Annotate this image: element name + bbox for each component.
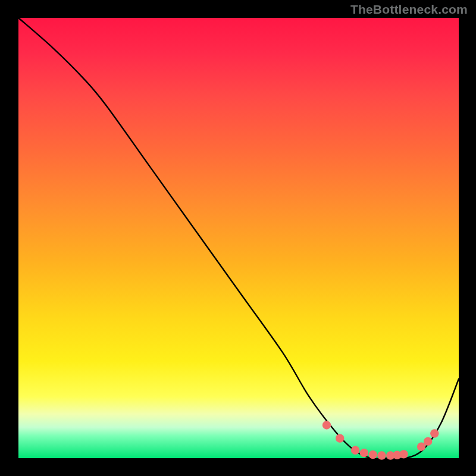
- chart-svg: [0, 0, 476, 476]
- marker-dot: [322, 421, 331, 429]
- marker-group: [322, 421, 439, 459]
- marker-dot: [377, 451, 386, 459]
- chart-frame: TheBottleneck.com: [0, 0, 476, 476]
- marker-dot: [351, 446, 359, 454]
- marker-dot: [424, 437, 432, 446]
- marker-dot: [360, 449, 368, 457]
- marker-dot: [399, 450, 408, 458]
- marker-dot: [430, 429, 439, 437]
- bottleneck-curve: [18, 18, 459, 459]
- marker-dot: [336, 434, 344, 443]
- marker-dot: [369, 450, 377, 459]
